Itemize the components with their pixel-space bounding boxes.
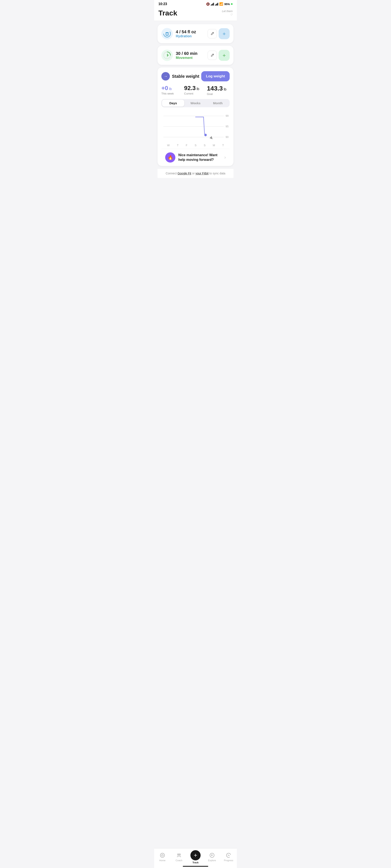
- hydration-add-button[interactable]: +: [219, 28, 230, 39]
- status-time: 10:23: [158, 2, 167, 6]
- tab-month[interactable]: Month: [207, 100, 229, 106]
- wifi-icon: 📶: [219, 2, 223, 6]
- goal-stat: 143.3 lb Goal: [207, 85, 230, 96]
- battery-percentage: 95%: [224, 3, 230, 6]
- this-week-value: +0 lb: [161, 85, 184, 92]
- movement-edit-button[interactable]: [208, 51, 217, 60]
- x-label-t1: T: [177, 144, 179, 147]
- hydration-actions: +: [208, 28, 230, 39]
- status-bar: 10:23 🔇 📶 95%: [154, 0, 237, 7]
- weight-stats: +0 lb This week 92.3 lb Current 143.3 lb…: [161, 85, 230, 96]
- weight-chart-svg: 99 95 90: [161, 111, 230, 143]
- weight-card-header: → Stable weight Log weight: [161, 71, 230, 82]
- movement-card: 30 / 60 min Movement +: [157, 46, 234, 65]
- svg-point-10: [204, 134, 207, 136]
- current-stat: 92.3 lb Current: [184, 85, 207, 96]
- movement-icon: [163, 51, 171, 59]
- tip-card[interactable]: 🔥 Nice maintenance! Want help moving for…: [161, 149, 230, 166]
- plus-icon-2: +: [222, 53, 225, 58]
- connect-text-or: or: [192, 172, 196, 175]
- svg-text:99: 99: [225, 115, 229, 117]
- goal-label: Goal: [207, 92, 230, 96]
- x-label-w: W: [167, 144, 170, 147]
- movement-add-button[interactable]: +: [219, 50, 230, 61]
- arrow-right-icon: →: [164, 74, 168, 79]
- connect-text-suffix: to sync data: [209, 172, 225, 175]
- this-week-label: This week: [161, 92, 184, 95]
- goal-value: 143.3 lb: [207, 85, 230, 92]
- weight-status-text: Stable weight: [172, 74, 199, 79]
- tip-icon: 🔥: [165, 152, 175, 162]
- connect-fitbit-link[interactable]: your Fitbit: [196, 172, 208, 175]
- tip-arrow-icon: ›: [224, 155, 226, 160]
- brand-logo: Let them♡: [222, 9, 233, 17]
- x-label-f: F: [186, 144, 187, 147]
- pencil-icon: [210, 32, 214, 36]
- svg-text:95: 95: [225, 125, 229, 128]
- movement-amount: 30 / 60 min: [176, 51, 205, 56]
- weight-status-icon: →: [161, 72, 170, 81]
- hydration-info: 4 / 54 fl oz Hydration: [176, 29, 205, 38]
- charging-dot: [231, 3, 233, 5]
- hydration-card: 4 / 54 fl oz Hydration +: [157, 24, 234, 43]
- movement-label: Movement: [176, 56, 205, 60]
- mute-icon: 🔇: [206, 2, 210, 6]
- this-week-stat: +0 lb This week: [161, 85, 184, 96]
- weight-chart: 99 95 90 W T F S S M T: [161, 111, 230, 149]
- connect-banner: Connect Google Fit or your Fitbit to syn…: [157, 168, 234, 178]
- x-label-s1: S: [194, 144, 197, 147]
- connect-text-prefix: Connect: [166, 172, 178, 175]
- weight-status: → Stable weight: [161, 72, 199, 81]
- signal-bars-1: [211, 3, 214, 5]
- hydration-edit-button[interactable]: [208, 29, 217, 38]
- x-label-s2: S: [204, 144, 206, 147]
- weight-card: → Stable weight Log weight +0 lb This we…: [157, 67, 234, 166]
- chart-tabs: Days Weeks Month: [161, 99, 230, 107]
- plus-icon: +: [222, 31, 225, 36]
- tab-weeks[interactable]: Weeks: [184, 100, 207, 106]
- hydration-icon: [163, 30, 171, 38]
- page-header: Track Let them♡: [154, 7, 237, 21]
- movement-info: 30 / 60 min Movement: [176, 51, 205, 60]
- current-value: 92.3 lb: [184, 85, 207, 92]
- tip-text: Nice maintenance! Want help moving forwa…: [178, 153, 221, 162]
- page-title: Track: [158, 9, 177, 17]
- x-label-m: M: [213, 144, 215, 147]
- svg-rect-2: [166, 33, 168, 35]
- status-icons: 🔇 📶 95%: [206, 2, 233, 6]
- current-label: Current: [184, 92, 207, 95]
- signal-bars-2: [215, 3, 218, 5]
- hydration-icon-container: [161, 28, 173, 39]
- chart-x-labels: W T F S S M T: [161, 144, 230, 147]
- hydration-label: Hydration: [176, 34, 205, 38]
- hydration-amount: 4 / 54 fl oz: [176, 29, 205, 34]
- movement-actions: +: [208, 50, 230, 61]
- tab-days[interactable]: Days: [162, 100, 184, 106]
- connect-google-fit-link[interactable]: Google Fit: [178, 172, 191, 175]
- svg-text:90: 90: [225, 135, 229, 138]
- main-content: 4 / 54 fl oz Hydration +: [154, 21, 237, 195]
- svg-marker-11: [210, 136, 212, 139]
- movement-icon-container: [161, 50, 173, 61]
- pencil-icon-2: [210, 53, 214, 57]
- log-weight-button[interactable]: Log weight: [201, 71, 230, 82]
- x-label-t2: T: [222, 144, 224, 147]
